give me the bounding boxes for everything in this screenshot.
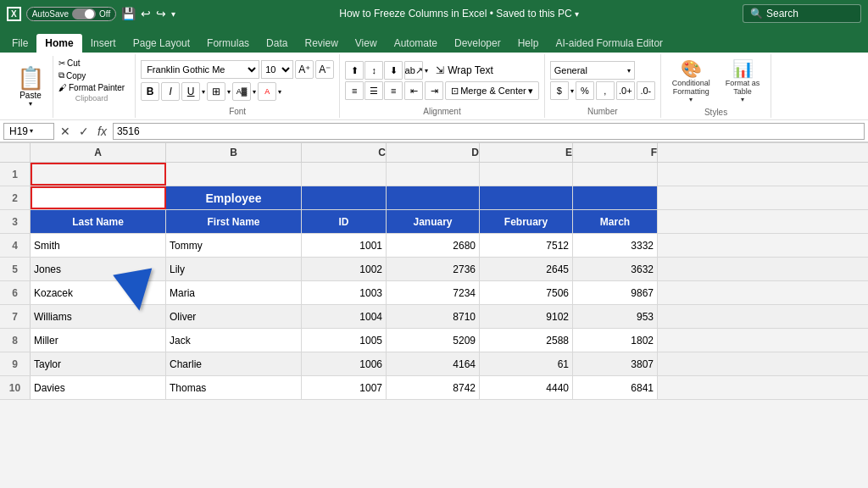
cell-2-f[interactable] <box>573 186 658 209</box>
border-chevron[interactable]: ▾ <box>227 88 231 96</box>
font-family-select[interactable]: Franklin Gothic Me <box>141 60 259 79</box>
align-left-button[interactable]: ≡ <box>345 81 364 100</box>
tab-page-layout[interactable]: Page Layout <box>125 34 198 53</box>
comma-button[interactable]: , <box>596 81 615 100</box>
cell-4-f[interactable]: 3332 <box>573 234 658 257</box>
cell-4-b[interactable]: Tommy <box>166 234 302 257</box>
cell-3-e[interactable]: February <box>480 210 573 233</box>
cell-8-b[interactable]: Jack <box>166 329 302 352</box>
format-as-table-button[interactable]: 📊 Format asTable ▾ <box>720 56 766 106</box>
orientation-button[interactable]: ab↗ <box>404 61 423 80</box>
cell-6-e[interactable]: 7506 <box>480 281 573 304</box>
tab-ai-formula[interactable]: AI-aided Formula Editor <box>547 34 671 53</box>
cell-3-d[interactable]: January <box>387 210 480 233</box>
tab-developer[interactable]: Developer <box>446 34 509 53</box>
cell-9-c[interactable]: 1006 <box>302 352 387 375</box>
align-top-button[interactable]: ⬆ <box>345 61 364 80</box>
cell-5-b[interactable]: Lily <box>166 258 302 280</box>
title-chevron[interactable]: ▾ <box>575 9 579 19</box>
cell-10-f[interactable]: 6841 <box>573 376 658 399</box>
tab-view[interactable]: View <box>347 34 386 53</box>
font-color-chevron[interactable]: ▾ <box>278 88 281 96</box>
border-button[interactable]: ⊞ <box>207 82 225 101</box>
insert-function-button[interactable]: fx <box>95 125 109 138</box>
bold-button[interactable]: B <box>141 82 159 101</box>
number-format-select[interactable]: General ▾ <box>550 61 635 80</box>
cell-2-a[interactable]: ⊕ <box>31 186 166 209</box>
cell-9-b[interactable]: Charlie <box>166 352 302 375</box>
cell-7-e[interactable]: 9102 <box>480 305 573 328</box>
cell-5-c[interactable]: 1002 <box>302 258 387 280</box>
cell-7-d[interactable]: 8710 <box>387 305 480 328</box>
copy-button[interactable]: ⧉ Copy <box>57 69 126 81</box>
cell-9-e[interactable]: 61 <box>480 352 573 375</box>
formula-input[interactable] <box>113 123 865 140</box>
wrap-text-button[interactable]: ⇲ Wrap Text <box>430 62 499 79</box>
cell-1-e[interactable] <box>480 163 573 186</box>
cell-4-a[interactable]: Smith <box>31 234 166 257</box>
accounting-chevron[interactable]: ▾ <box>570 87 574 95</box>
conditional-formatting-button[interactable]: 🎨 ConditionalFormatting ▾ <box>666 56 716 106</box>
cell-9-a[interactable]: Taylor <box>31 352 166 375</box>
italic-button[interactable]: I <box>161 82 180 101</box>
cell-8-e[interactable]: 2588 <box>480 329 573 352</box>
cell-6-f[interactable]: 9867 <box>573 281 658 304</box>
cell-8-a[interactable]: Miller <box>31 329 166 352</box>
font-size-select[interactable]: 10 <box>261 60 293 79</box>
underline-chevron[interactable]: ▾ <box>202 88 205 96</box>
align-center-button[interactable]: ☰ <box>364 81 383 100</box>
cell-1-b[interactable] <box>166 163 302 186</box>
cell-10-a[interactable]: Davies <box>31 376 166 399</box>
cell-8-f[interactable]: 1802 <box>573 329 658 352</box>
undo-icon[interactable]: ↩ <box>141 7 151 20</box>
cell-9-f[interactable]: 3807 <box>573 352 658 375</box>
cell-1-c[interactable] <box>302 163 387 186</box>
cell-4-c[interactable]: 1001 <box>302 234 387 257</box>
indent-decrease-button[interactable]: ⇤ <box>404 81 423 100</box>
cell-9-d[interactable]: 4164 <box>387 352 480 375</box>
indent-increase-button[interactable]: ⇥ <box>425 81 443 100</box>
cell-3-f[interactable]: March <box>573 210 658 233</box>
cell-6-d[interactable]: 7234 <box>387 281 480 304</box>
tab-file[interactable]: File <box>3 34 36 53</box>
tab-automate[interactable]: Automate <box>386 34 446 53</box>
search-box[interactable]: 🔍 Search <box>743 4 861 23</box>
cell-5-d[interactable]: 2736 <box>387 258 480 280</box>
cell-6-b[interactable]: Maria <box>166 281 302 304</box>
cell-3-b[interactable]: First Name <box>166 210 302 233</box>
cell-5-e[interactable]: 2645 <box>480 258 573 280</box>
fill-color-button[interactable]: A▓ <box>232 82 251 101</box>
cell-4-d[interactable]: 2680 <box>387 234 480 257</box>
accounting-button[interactable]: $ <box>550 81 569 100</box>
align-middle-button[interactable]: ↕ <box>364 61 383 80</box>
cell-1-d[interactable] <box>387 163 480 186</box>
accept-formula-button[interactable]: ✓ <box>76 125 92 138</box>
cell-10-c[interactable]: 1007 <box>302 376 387 399</box>
font-color-button[interactable]: A <box>258 82 276 101</box>
tab-help[interactable]: Help <box>509 34 548 53</box>
increase-font-button[interactable]: A⁺ <box>295 60 314 79</box>
cell-2-d[interactable] <box>387 186 480 209</box>
cell-8-c[interactable]: 1005 <box>302 329 387 352</box>
autosave-toggle[interactable] <box>72 8 96 19</box>
cell-6-c[interactable]: 1003 <box>302 281 387 304</box>
cell-1-f[interactable] <box>573 163 658 186</box>
tab-home[interactable]: Home <box>36 34 81 53</box>
cell-6-a[interactable]: Kozacek <box>31 281 166 304</box>
cell-10-b[interactable]: Thomas <box>166 376 302 399</box>
cell-2-b[interactable]: Employee <box>166 186 302 209</box>
cell-10-e[interactable]: 4440 <box>480 376 573 399</box>
cell-5-f[interactable]: 3632 <box>573 258 658 280</box>
cell-7-b[interactable]: Oliver <box>166 305 302 328</box>
cell-7-a[interactable]: Williams <box>31 305 166 328</box>
save-icon[interactable]: 💾 <box>121 7 136 20</box>
underline-button[interactable]: U <box>181 82 200 101</box>
cell-reference-box[interactable]: H19 ▾ <box>3 123 54 140</box>
cell-8-d[interactable]: 5209 <box>387 329 480 352</box>
redo-icon[interactable]: ↪ <box>156 7 166 20</box>
percent-button[interactable]: % <box>576 81 594 100</box>
cell-3-c[interactable]: ID <box>302 210 387 233</box>
cell-7-f[interactable]: 953 <box>573 305 658 328</box>
cut-button[interactable]: ✂ Cut <box>57 58 126 69</box>
cancel-formula-button[interactable]: ✕ <box>58 125 73 138</box>
